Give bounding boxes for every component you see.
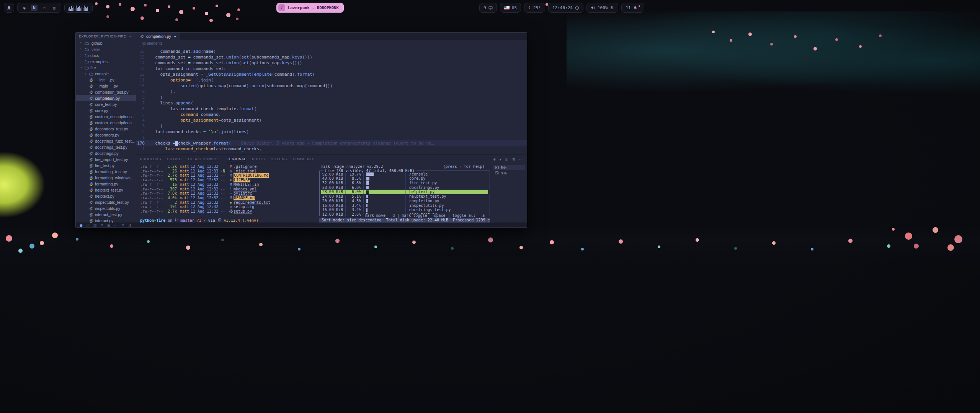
remote-indicator-icon[interactable]: ● <box>80 223 83 227</box>
code-line[interactable]: 7 lines.append( <box>136 100 527 106</box>
dua-row-docstrings.py[interactable]: 28.00 KiB|6.0%||docstrings.py <box>321 185 488 190</box>
tree-item-completion.py[interactable]: completion.py <box>76 95 136 101</box>
code-editor[interactable]: 17 """16 commands_set.add(name)15 comman… <box>136 46 527 154</box>
tree-item-core.py[interactable]: core.py <box>76 107 136 114</box>
tree-item-.github[interactable]: .github <box>76 40 136 46</box>
tree-item-decorators.py[interactable]: decorators.py <box>76 132 136 138</box>
tree-item-__init__.py[interactable]: __init__.py <box>76 77 136 83</box>
file-permissions: .rw-r--r-- <box>140 173 164 178</box>
dua-row-completion.py[interactable]: 20.00 KiB|4.3%||completion.py <box>321 199 488 203</box>
panel-tab-output[interactable]: OUTPUT <box>167 155 183 163</box>
launcher-button[interactable]: A <box>4 3 14 13</box>
code-line[interactable]: 1 <box>136 135 527 140</box>
code-line[interactable]: 16 commands_set.add(name) <box>136 49 527 54</box>
workspace-window-icon[interactable]: ❐ <box>41 5 47 11</box>
tree-item-helptext.py[interactable]: helptext.py <box>76 193 136 199</box>
code-line[interactable]: 10 sorted(options_map[command].union(sub… <box>136 83 527 89</box>
tree-item-console[interactable]: console <box>76 71 136 77</box>
tree-item-completion_test.py[interactable]: completion_test.py <box>76 89 136 95</box>
code-line[interactable]: 12 opts_assignment = _GetOptsAssignmentT… <box>136 72 527 77</box>
tree-item-helptext_test.py[interactable]: helptext_test.py <box>76 187 136 193</box>
workspace-n-icon[interactable]: N <box>31 5 38 11</box>
tree-item-docstrings.py[interactable]: docstrings.py <box>76 150 136 156</box>
settings-gear-icon[interactable]: ⚙ <box>121 223 124 227</box>
code-line[interactable]: 4 opts_assignment=opts_assignment) <box>136 117 527 123</box>
modified-dot-icon[interactable]: ● <box>174 35 176 38</box>
dua-row-helptext.py[interactable]: 28.00 KiB|6.0%||helptext.py <box>321 190 488 194</box>
screens-pill[interactable]: 9 <box>479 3 497 13</box>
weather-pill[interactable]: ☾ 29° <box>524 3 545 13</box>
now-playing-pill[interactable]: ♪ Lazerpunk - ROBOPHONK <box>276 3 344 13</box>
tree-item-formatting.py[interactable]: formatting.py <box>76 181 136 187</box>
code-line[interactable]: 14 commands_set = commands_set.union(set… <box>136 60 527 66</box>
dua-row-helptext_test.py[interactable]: 24.00 KiB|5.1%||helptext_test.py <box>321 194 488 199</box>
tree-item-custom_descriptions_test[interactable]: custom_descriptions_test… <box>76 114 136 120</box>
code-line[interactable]: 2 lastcommand_checks = '\n'.join(lines) <box>136 129 527 135</box>
dua-row-inspectutils.py[interactable]: 16.00 KiB|3.4%||inspectutils.py <box>321 203 488 208</box>
code-line[interactable]: 13 for command in commands_set: <box>136 66 527 72</box>
more-icon[interactable]: ⋯ <box>114 223 118 227</box>
code-line[interactable]: 9 ), <box>136 89 527 94</box>
tree-item-fire[interactable]: fire <box>76 65 136 71</box>
compare-icon[interactable]: ⇄ <box>100 223 103 227</box>
panel-tab-ports[interactable]: PORTS <box>252 155 265 163</box>
tree-item-inspectutils_test.py[interactable]: inspectutils_test.py <box>76 199 136 205</box>
tree-item-fire_import_test.py[interactable]: fire_import_test.py <box>76 156 136 163</box>
code-line[interactable]: 15 commands_set = commands_set.union(set… <box>136 54 527 60</box>
tree-item-interact_test.py[interactable]: interact_test.py <box>76 211 136 218</box>
terminal-session-dua[interactable]: dua <box>493 170 525 176</box>
code-line[interactable]: 5 command=command, <box>136 112 527 117</box>
code-line[interactable]: 3 ) <box>136 123 527 129</box>
more-actions-icon[interactable]: ⋯ <box>519 157 523 161</box>
tree-item-formatting_test.py[interactable]: formatting_test.py <box>76 169 136 175</box>
tree-item-core_test.py[interactable]: core_test.py <box>76 101 136 107</box>
clock-pill[interactable]: 12:40:24 <box>548 3 583 13</box>
tree-item-docs[interactable]: docs <box>76 52 136 59</box>
code-line-current[interactable]: 176 checks = check_wrapper.format(David … <box>136 140 527 146</box>
panel-tab-debug-console[interactable]: DEBUG CONSOLE <box>188 155 221 163</box>
explorer-more-actions-icon[interactable]: ⋯ <box>129 34 133 39</box>
terminal-fish[interactable]: .rw-r--r--1.2kmatt12 Aug 12:32--#.gitign… <box>140 164 317 223</box>
code-line[interactable]: 1 lastcommand_checks=lastcommand_checks, <box>136 146 527 152</box>
profile-chevron-icon[interactable]: ▾ <box>500 157 501 161</box>
tree-item-examples[interactable]: examples <box>76 59 136 65</box>
panel-tab-gitlens[interactable]: GITLENS <box>271 155 287 163</box>
tree-item-__main__.py[interactable]: __main__.py <box>76 83 136 89</box>
breadcrumb[interactable]: no elements <box>136 40 527 46</box>
notifications-pill[interactable]: 11 <box>621 3 644 13</box>
panel-tab-comments[interactable]: COMMENTS <box>293 155 315 163</box>
panel-tab-terminal[interactable]: TERMINAL <box>227 155 246 163</box>
workspace-document-icon[interactable]: ▤ <box>51 5 57 11</box>
code-line[interactable]: 6 lastcommand_check_template.format( <box>136 106 527 112</box>
layout-icon[interactable]: ▣ <box>107 223 111 227</box>
terminal-session-fish[interactable]: fish <box>493 165 525 170</box>
line-number: 16 <box>136 49 150 54</box>
search-icon[interactable]: ◌ <box>87 223 90 227</box>
terminal-dua[interactable]: Disk Usage Analyzer v2.29.2(press ? for … <box>319 164 490 223</box>
dua-row-fire_test.py[interactable]: 32.00 KiB|6.8%||fire_test.py <box>321 181 488 185</box>
tab-completion-py[interactable]: completion.py ● <box>136 33 180 40</box>
tree-item-custom_descriptions.py[interactable]: custom_descriptions.py <box>76 120 136 126</box>
tree-item-fire_test.py[interactable]: fire_test.py <box>76 163 136 169</box>
tree-item-docstrings_test.py[interactable]: docstrings_test.py <box>76 144 136 150</box>
tree-item-inspectutils.py[interactable]: inspectutils.py <box>76 205 136 211</box>
cpu-graph-widget[interactable] <box>64 3 93 13</box>
files-icon[interactable]: ▤ <box>93 223 97 227</box>
tree-item-.venv[interactable]: .venv <box>76 46 136 52</box>
split-terminal-icon[interactable]: ◫ <box>505 157 508 161</box>
tree-item-formatting_windows_test.py[interactable]: formatting_windows_test.py <box>76 175 136 181</box>
workspace-circle-icon[interactable]: ◉ <box>21 5 28 11</box>
tree-item-interact.py[interactable]: interact.py <box>76 218 136 223</box>
tree-item-docstrings_fuzz_test.py[interactable]: docstrings_fuzz_test.py <box>76 138 136 144</box>
keyboard-layout-pill[interactable]: US <box>500 3 521 13</box>
new-terminal-icon[interactable]: + <box>493 157 496 161</box>
tree-item-decorators_test.py[interactable]: decorators_test.py <box>76 126 136 132</box>
panel-tab-problems[interactable]: PROBLEMS <box>140 155 161 163</box>
code-line[interactable]: 11 options=' '.join( <box>136 77 527 83</box>
code-line[interactable]: 8 ) <box>136 94 527 100</box>
volume-pill[interactable]: 100% <box>586 3 619 13</box>
kill-terminal-icon[interactable] <box>512 157 516 161</box>
dua-row-core.py[interactable]: 40.00 KiB|8.5%||core.py <box>321 176 488 181</box>
pie-chart-icon[interactable]: ◔ <box>128 223 131 227</box>
dua-row-docstrings_test.py[interactable]: 16.00 KiB|3.4%||docstrings_test.py <box>321 208 488 212</box>
